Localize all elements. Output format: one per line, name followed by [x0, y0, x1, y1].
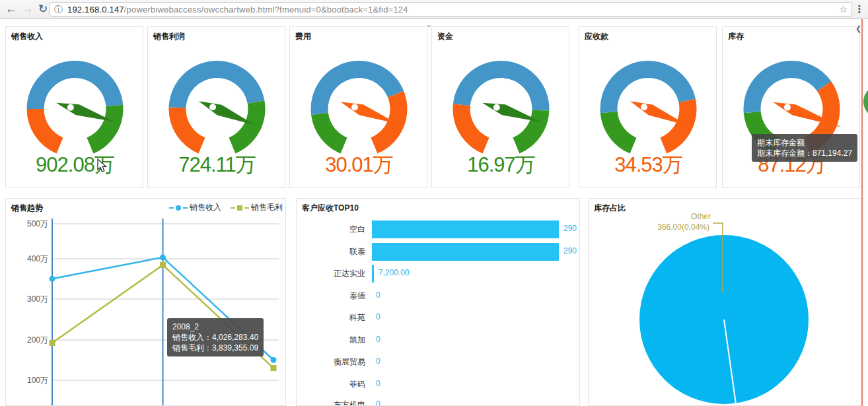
bar-category-label: 凯加	[297, 335, 365, 346]
gauge-chart[interactable]	[290, 60, 428, 159]
tooltip-line1: 销售收入：4,026,283.40	[172, 332, 258, 343]
gauge-chart[interactable]	[432, 60, 570, 159]
gauge-title: 资金	[437, 31, 453, 42]
bar-value-label: 290	[563, 246, 577, 255]
gauge-card-inventory: 库存 87.12万	[722, 26, 860, 188]
svg-text:100万: 100万	[27, 376, 48, 385]
bar[interactable]	[372, 265, 374, 283]
refresh-icon[interactable]: ↻	[36, 1, 50, 18]
gauge-title: 应收款	[585, 31, 608, 42]
bar-category-label: 联泰	[297, 246, 365, 257]
svg-text:366.00(0.04%): 366.00(0.04%)	[657, 222, 709, 232]
receivables-top10-panel: 客户应收TOP10 空白290联泰290正达实业7,200.00泰德0科苑0凯加…	[296, 198, 580, 406]
sales-trend-panel: 销售趋势 销售收入 销售毛利 500万400万300万200万100万 2008…	[5, 198, 286, 406]
svg-text:Other: Other	[691, 212, 711, 221]
bar[interactable]	[372, 220, 559, 238]
page-info-icon[interactable]: ⓘ	[54, 4, 63, 16]
gauge-chart[interactable]	[6, 60, 144, 159]
bar-value-label: 0	[376, 290, 380, 300]
bar-value-label: 290	[563, 224, 577, 233]
gauge-chart[interactable]	[148, 60, 286, 159]
tooltip-line2: 销售毛利：3,839,355.09	[172, 343, 258, 353]
tooltip-title: 2008_2	[172, 321, 258, 332]
gauge-value: 902.08万	[6, 151, 144, 179]
edge-highlight-line	[861, 19, 863, 406]
bar-category-label: 菲码	[297, 379, 365, 390]
gauge-tooltip-line2: 期末库存金额：871,194.27	[757, 148, 852, 158]
gauge-tooltip: 期末库存金额 期末库存金额：871,194.27	[752, 134, 857, 162]
bar-chart-title: 客户应收TOP10	[302, 203, 359, 214]
gauge-value: 34.53万	[579, 151, 717, 179]
svg-text:200万: 200万	[27, 335, 48, 345]
browser-window: ← → ↻ ⓘ 192.168.0.147/powerbiwebaccess/o…	[0, 0, 868, 406]
bar-category-label: 衡展贸易	[297, 356, 365, 368]
gauge-value: 30.01万	[290, 151, 428, 179]
bar-category-label: 正达实业	[297, 268, 365, 279]
gauge-card-funds: 资金 16.97万	[431, 26, 569, 188]
line-chart-tooltip: 2008_2 销售收入：4,026,283.40 销售毛利：3,839,355.…	[167, 318, 264, 356]
gauge-card-sales-profit: 销售利润 724.11万	[147, 26, 285, 188]
bar-value-label: 7,200.00	[379, 268, 410, 277]
bar-category-label: 空白	[297, 224, 365, 235]
gauge-title: 费用	[295, 31, 311, 42]
bar[interactable]	[372, 243, 559, 261]
forward-icon: →	[20, 1, 35, 18]
bar-value-label: 0	[376, 379, 380, 388]
bar-value-label: 0	[376, 356, 380, 366]
bar-category-label: 科苑	[297, 312, 365, 323]
svg-text:300万: 300万	[27, 294, 48, 304]
bookmark-star-icon[interactable]: ☆	[839, 4, 848, 15]
mouse-cursor-icon	[97, 158, 108, 176]
gauge-title: 库存	[728, 31, 744, 42]
gauge-value: 724.11万	[148, 151, 286, 179]
gauge-value: 16.97万	[432, 151, 570, 179]
url-path: /powerbiwebaccess/owcchartweb.html?fmenu…	[124, 5, 408, 15]
gauge-title: 销售收入	[11, 31, 43, 42]
bar-value-label: 0	[376, 312, 380, 321]
gauge-chart[interactable]	[579, 60, 717, 159]
bar-category-label: 泰德	[297, 290, 365, 302]
gauge-tooltip-line1: 期末库存金额	[757, 137, 852, 148]
address-bar[interactable]: ⓘ 192.168.0.147/powerbiwebaccess/owcchar…	[50, 2, 852, 17]
url-host: 192.168.0.147	[67, 5, 124, 15]
collapse-right-chevron-icon[interactable]: ❮	[855, 24, 861, 33]
scrollbar[interactable]	[863, 19, 868, 406]
bar-value-label: 0	[376, 399, 380, 406]
dashboard-page: 销售收入 902.08万 销售利润 724.11万 费用 30.01万 资金 1…	[0, 19, 868, 406]
gauge-card-expenses: 费用 30.01万	[289, 26, 427, 188]
gauge-title: 销售利润	[153, 31, 185, 42]
gauge-card-sales-revenue: 销售收入 902.08万	[5, 26, 143, 188]
collapse-top-chevron-icon[interactable]: ⌄	[425, 19, 433, 29]
svg-text:500万: 500万	[27, 219, 48, 228]
browser-menu-icon[interactable]: ⋮	[854, 1, 865, 18]
back-icon[interactable]: ←	[4, 1, 18, 18]
url-text: 192.168.0.147/powerbiwebaccess/owcchartw…	[67, 5, 408, 15]
svg-text:400万: 400万	[27, 254, 48, 263]
inventory-share-panel: 库存占比 Other366.00(0.04%)	[588, 198, 863, 406]
gauge-card-receivables: 应收款 34.53万	[579, 26, 717, 188]
bar-value-label: 0	[376, 335, 380, 344]
browser-toolbar: ← → ↻ ⓘ 192.168.0.147/powerbiwebaccess/o…	[0, 0, 868, 19]
bar-category-label: 东方机电	[297, 399, 365, 406]
